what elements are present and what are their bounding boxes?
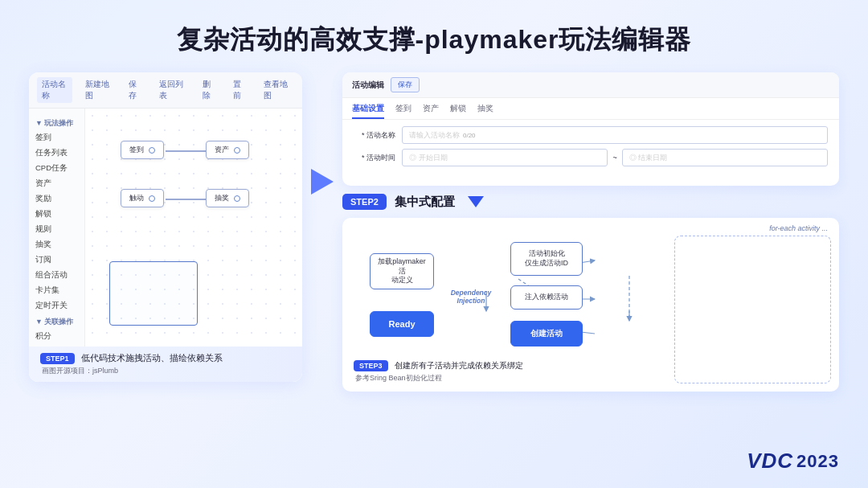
ae-start-date[interactable]: ◎ 开始日期: [402, 149, 608, 166]
sidebar-item-combo[interactable]: 组合活动: [29, 268, 84, 283]
sidebar-section-gameplay: ▼ 玩法操作: [29, 115, 84, 130]
ae-end-placeholder: ◎ 结束日期: [629, 153, 668, 163]
sidebar-item-tasklist[interactable]: 任务列表: [29, 146, 84, 161]
ae-tab-lottery[interactable]: 抽奖: [477, 103, 493, 119]
ae-tab-signin[interactable]: 签到: [395, 103, 411, 119]
vdc-year-text: 2023: [796, 451, 839, 472]
fd-nodes-area: 加载playmaker活 动定义 活动初始化 仅生成活动ID Dependenc…: [354, 231, 828, 355]
vdc-brand-text: VDC: [747, 449, 793, 474]
ae-name-placeholder: 请输入活动名称: [409, 130, 460, 141]
ae-tab-unlock[interactable]: 解锁: [450, 103, 466, 119]
activity-editor: 活动编辑 保存 基础设置 签到 资产 解锁 抽奖 * 活动名称 请输入活动名称 …: [342, 72, 839, 186]
sidebar-item-asset[interactable]: 资产: [29, 176, 84, 191]
sidebar-item-signin[interactable]: 签到: [29, 130, 84, 146]
ae-date-row: ◎ 开始日期 ~ ◎ 结束日期: [402, 149, 828, 166]
ae-name-count: 0/20: [463, 132, 476, 139]
fd-node-ready: Ready: [370, 311, 434, 337]
flow-diagram: for-each activity ...: [342, 218, 839, 392]
canvas-node-trigger[interactable]: 触动: [121, 189, 164, 207]
sidebar-item-cpd[interactable]: CPD任务: [29, 161, 84, 176]
toolbar-new-map[interactable]: 新建地图: [80, 77, 116, 103]
canvas-sidebar: ▼ 玩法操作 签到 任务列表 CPD任务 资产 奖励 解锁 规则 抽奖 订阅 组…: [29, 109, 85, 382]
step1-sub: 画图开源项目：jsPlumb: [40, 366, 291, 376]
ae-title: 活动编辑: [352, 80, 384, 91]
fd-node-load: 加载playmaker活 动定义: [370, 253, 434, 289]
step2-row: STEP2 集中式配置: [342, 194, 839, 210]
ae-end-date[interactable]: ◎ 结束日期: [622, 149, 828, 166]
step2-chevron-icon: [468, 196, 484, 207]
sidebar-item-unlock[interactable]: 解锁: [29, 207, 84, 222]
ae-tab-asset[interactable]: 资产: [423, 103, 439, 119]
node-dot-4: [234, 195, 240, 202]
ae-time-label: * 活动时间: [354, 153, 395, 163]
sidebar-item-timer[interactable]: 定时开关: [29, 298, 84, 314]
fd-node-inject: 注入依赖活动: [510, 285, 583, 310]
ae-name-row: * 活动名称 请输入活动名称 0/20: [354, 126, 828, 144]
flow-canvas[interactable]: 签到 资产 触动 抽奖: [85, 109, 302, 382]
step1-description: 低代码技术施拽活动、描绘依赖关系: [81, 352, 223, 364]
center-arrow: [302, 169, 342, 195]
toolbar-activity-name[interactable]: 活动名称: [37, 77, 72, 103]
ae-name-input[interactable]: 请输入活动名称 0/20: [402, 126, 828, 144]
step1-badge: STEP1: [40, 353, 75, 364]
toolbar-save[interactable]: 保存: [124, 77, 146, 103]
sidebar-item-subscribe[interactable]: 订阅: [29, 252, 84, 268]
ae-tabs: 基础设置 签到 资产 解锁 抽奖: [342, 98, 839, 120]
ae-save-button[interactable]: 保存: [391, 77, 420, 92]
fd-node-create: 创建活动: [510, 321, 583, 347]
vdc-logo: VDC 2023: [747, 449, 839, 474]
sidebar-item-reward[interactable]: 奖励: [29, 191, 84, 207]
sidebar-section-relation: ▼ 关联操作: [29, 314, 84, 329]
toolbar-view-map[interactable]: 查看地图: [259, 77, 294, 103]
connector-1: [166, 150, 206, 152]
page-title: 复杂活动的高效支撑-playmaker玩法编辑器: [0, 0, 868, 58]
step2-badge: STEP2: [342, 194, 387, 210]
sidebar-item-rule[interactable]: 规则: [29, 222, 84, 237]
ae-time-row: * 活动时间 ◎ 开始日期 ~ ◎ 结束日期: [354, 149, 828, 166]
ae-start-placeholder: ◎ 开始日期: [409, 153, 448, 163]
step3-badge: STEP3: [354, 360, 388, 371]
sidebar-item-points[interactable]: 积分: [29, 329, 84, 344]
toolbar-back[interactable]: 返回列表: [154, 77, 190, 103]
ae-date-separator: ~: [612, 154, 616, 162]
step1-area: STEP1 低代码技术施拽活动、描绘依赖关系 画图开源项目：jsPlumb: [29, 347, 302, 382]
fd-node-init: 活动初始化 仅生成活动ID: [510, 242, 583, 276]
node-dot-3: [149, 195, 155, 202]
canvas-node-signin[interactable]: 签到: [121, 141, 164, 159]
ae-topbar: 活动编辑 保存: [342, 72, 839, 98]
ae-fields: * 活动名称 请输入活动名称 0/20 * 活动时间 ◎ 开始日期 ~: [342, 120, 839, 178]
toolbar-delete[interactable]: 删除: [198, 77, 220, 103]
arrow-icon: [311, 169, 334, 195]
left-panel: 活动名称 新建地图 保存 返回列表 删除 置前 查看地图 ▼ 玩法操作 签到 任…: [29, 72, 302, 382]
ae-tab-basic[interactable]: 基础设置: [352, 103, 384, 119]
node-dot-2: [234, 147, 240, 154]
node-dot: [149, 147, 155, 154]
step2-text: 集中式配置: [395, 195, 455, 210]
canvas-toolbar: 活动名称 新建地图 保存 返回列表 删除 置前 查看地图: [29, 72, 302, 109]
sidebar-item-lottery[interactable]: 抽奖: [29, 237, 84, 252]
canvas-node-lottery[interactable]: 抽奖: [206, 189, 249, 207]
canvas-selection-box: [109, 261, 198, 326]
ae-name-label: * 活动名称: [354, 130, 395, 141]
canvas-node-asset[interactable]: 资产: [206, 141, 249, 159]
fd-dep-label: DependencyInjection: [444, 289, 498, 305]
toolbar-front[interactable]: 置前: [228, 77, 251, 103]
step3-description: 创建所有子活动并完成依赖关系绑定: [395, 360, 523, 371]
right-panel: 活动编辑 保存 基础设置 签到 资产 解锁 抽奖 * 活动名称 请输入活动名称 …: [342, 72, 839, 392]
sidebar-item-cardset[interactable]: 卡片集: [29, 283, 84, 298]
connector-2: [166, 199, 206, 200]
